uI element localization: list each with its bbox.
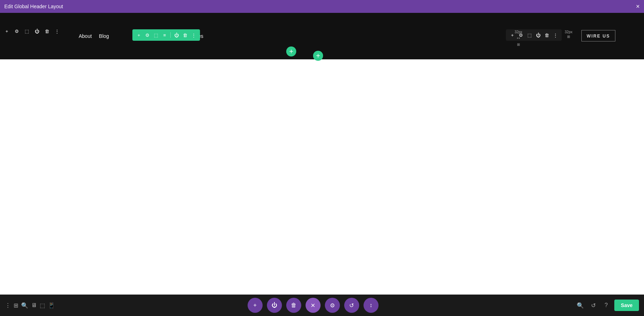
left-px-label: 32px	[514, 30, 522, 34]
gt-grid-icon[interactable]: ≡	[161, 31, 168, 39]
right-px-icon: ⊞	[567, 35, 570, 39]
close-button[interactable]: ×	[636, 3, 640, 10]
resize-left-px: 32px ↔ ⊞	[514, 30, 522, 46]
bc-close-button[interactable]: ✕	[306, 298, 321, 313]
rt-power-icon[interactable]: ⏻	[535, 31, 542, 39]
rt-more-icon[interactable]: ⋮	[552, 31, 559, 39]
right-px-label: 32px	[565, 30, 572, 34]
titlebar: Edit Global Header Layout ×	[0, 0, 644, 13]
gt-divider	[170, 32, 171, 38]
bc-resize-button[interactable]: ↕	[364, 298, 379, 313]
bottom-right-tools: 🔍 ↺ ? Save	[571, 300, 644, 311]
gt-power-icon[interactable]: ⏻	[173, 31, 180, 39]
mobile-icon[interactable]: 📱	[48, 302, 55, 309]
wire-us-label: WIRE US	[587, 34, 610, 39]
br-refresh-icon[interactable]: ↺	[589, 301, 598, 310]
delete-icon[interactable]: 🗑	[43, 27, 51, 35]
rt-delete-icon[interactable]: 🗑	[543, 31, 550, 39]
green-toolbar: + ⚙ ⬚ ≡ ⏻ 🗑 ⋮	[132, 29, 200, 41]
power-icon[interactable]: ⏻	[33, 27, 41, 35]
bc-settings-button[interactable]: ⚙	[325, 298, 340, 313]
nav-about[interactable]: About	[79, 33, 92, 39]
resize-arrows-icon: ↔	[516, 35, 521, 41]
bc-power-button[interactable]: ⏻	[267, 298, 282, 313]
gt-more-icon[interactable]: ⋮	[190, 31, 197, 39]
more-options-icon[interactable]: ⋮	[5, 302, 11, 309]
br-search-icon[interactable]: 🔍	[576, 301, 585, 310]
gt-layout-icon[interactable]: ⬚	[152, 31, 160, 39]
bc-add-button[interactable]: +	[248, 298, 263, 313]
resize-icon-box: ↔	[514, 34, 522, 42]
tablet-icon[interactable]: ⬚	[40, 302, 45, 309]
gt-add-icon[interactable]: +	[135, 31, 142, 39]
bottom-center-tools: + ⏻ 🗑 ✕ ⚙ ↺ ↕	[55, 298, 571, 313]
bottom-left-tools: ⋮ ⊞ 🔍 🖥 ⬚ 📱	[0, 302, 55, 309]
bottom-bar: ⋮ ⊞ 🔍 🖥 ⬚ 📱 + ⏻ 🗑 ✕ ⚙ ↺ ↕ 🔍 ↺ ? Save	[0, 295, 644, 316]
layout-icon[interactable]: ⬚	[23, 27, 31, 35]
settings-icon[interactable]: ⚙	[13, 27, 21, 35]
add-section-icon[interactable]: +	[3, 27, 11, 35]
bc-delete-button[interactable]: 🗑	[286, 298, 301, 313]
titlebar-title: Edit Global Header Layout	[4, 4, 636, 9]
more-icon[interactable]: ⋮	[53, 27, 61, 35]
nav-blog[interactable]: Blog	[99, 33, 109, 39]
gt-delete-icon[interactable]: 🗑	[181, 31, 189, 39]
save-button[interactable]: Save	[614, 300, 639, 311]
section-add-button[interactable]: +	[313, 51, 323, 61]
resize-right-px: 32px ⊞	[565, 30, 572, 39]
layout-grid-icon[interactable]: ⊞	[14, 302, 18, 309]
rt-layout-icon[interactable]: ⬚	[526, 31, 533, 39]
left-top-toolbar: + ⚙ ⬚ ⏻ 🗑 ⋮	[3, 27, 61, 35]
desktop-icon[interactable]: 🖥	[31, 302, 37, 308]
br-help-icon[interactable]: ?	[601, 301, 611, 310]
center-add-button[interactable]: +	[286, 46, 296, 56]
gt-settings-icon[interactable]: ⚙	[144, 31, 151, 39]
left-px-icon: ⊞	[517, 43, 520, 46]
search-zoom-icon[interactable]: 🔍	[21, 302, 28, 309]
bc-undo-button[interactable]: ↺	[344, 298, 359, 313]
wire-us-button[interactable]: WIRE US	[581, 30, 615, 41]
canvas-body	[0, 59, 644, 295]
